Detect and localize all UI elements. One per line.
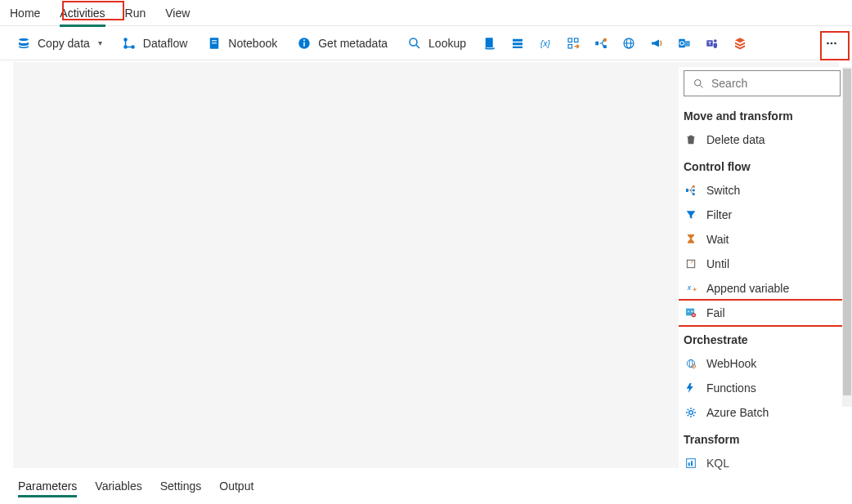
svg-rect-40 xyxy=(687,260,694,267)
svg-rect-19 xyxy=(595,41,599,45)
svg-point-9 xyxy=(410,38,417,46)
tab-settings[interactable]: Settings xyxy=(160,477,202,497)
svg-point-32 xyxy=(831,42,833,44)
svg-line-10 xyxy=(416,45,419,48)
menu-label: Switch xyxy=(706,184,740,197)
menu-item-filter[interactable]: Filter xyxy=(679,203,845,227)
section-transform: Transform xyxy=(679,425,845,451)
copy-data-icon xyxy=(16,36,31,51)
svg-point-8 xyxy=(303,39,305,41)
dataflow-icon xyxy=(122,36,137,51)
variable-icon: {x} xyxy=(538,36,553,51)
menu-label: Functions xyxy=(706,381,756,395)
switch-icon xyxy=(684,183,698,198)
svg-rect-37 xyxy=(693,185,695,188)
append-variable-icon: x xyxy=(684,281,698,296)
gear-icon xyxy=(684,405,698,420)
svg-rect-39 xyxy=(693,193,695,195)
menu-label: Fail xyxy=(706,306,725,319)
menu-item-switch[interactable]: Switch xyxy=(679,178,845,203)
teams-button[interactable]: T xyxy=(700,33,724,54)
foreach-icon xyxy=(566,36,581,51)
get-metadata-label: Get metadata xyxy=(318,37,388,50)
menu-item-until[interactable]: Until xyxy=(679,252,845,276)
foreach-button[interactable] xyxy=(561,33,585,54)
menu-item-azure-batch[interactable]: Azure Batch xyxy=(679,400,845,425)
webhook-icon xyxy=(684,356,698,371)
svg-point-34 xyxy=(695,79,702,86)
tab-variables[interactable]: Variables xyxy=(95,477,141,497)
dataflow-button[interactable]: Dataflow xyxy=(114,33,195,54)
svg-point-47 xyxy=(693,366,694,367)
notebook-button[interactable]: Notebook xyxy=(199,33,285,54)
scroll-thumb[interactable] xyxy=(843,69,851,395)
svg-rect-38 xyxy=(693,190,695,192)
until-icon xyxy=(684,256,698,271)
highlight-fail-item xyxy=(679,299,845,327)
script-button[interactable] xyxy=(478,33,502,54)
svg-rect-13 xyxy=(513,42,522,45)
if-button[interactable] xyxy=(589,33,613,54)
svg-rect-5 xyxy=(212,42,217,43)
menu-label: KQL xyxy=(706,457,729,470)
svg-rect-20 xyxy=(603,38,607,42)
copy-data-button[interactable]: Copy data ▾ xyxy=(8,33,110,54)
svg-rect-36 xyxy=(686,189,688,192)
tab-view[interactable]: View xyxy=(165,3,190,23)
menu-label: Wait xyxy=(706,233,729,246)
chevron-down-icon: ▾ xyxy=(98,38,102,47)
copy-data-label: Copy data xyxy=(38,37,90,50)
svg-line-35 xyxy=(700,85,702,87)
stored-proc-button[interactable] xyxy=(505,33,530,54)
svg-rect-21 xyxy=(603,45,607,48)
trash-icon xyxy=(684,132,698,147)
invoke-pipeline-button[interactable] xyxy=(644,33,669,54)
search-input[interactable] xyxy=(711,77,845,90)
notebook-label: Notebook xyxy=(228,37,277,50)
menu-label: Filter xyxy=(706,208,732,221)
more-activities-button[interactable] xyxy=(819,33,844,54)
svg-text:{x}: {x} xyxy=(540,38,551,47)
svg-text:T: T xyxy=(708,41,711,46)
globe-icon xyxy=(621,36,636,51)
info-icon xyxy=(297,36,312,51)
megaphone-icon xyxy=(649,36,664,51)
svg-rect-18 xyxy=(568,44,572,48)
tab-home[interactable]: Home xyxy=(10,3,40,23)
svg-point-30 xyxy=(714,39,717,42)
notebook-icon xyxy=(207,36,222,51)
get-metadata-button[interactable]: Get metadata xyxy=(289,33,396,54)
stored-proc-icon xyxy=(510,36,525,51)
databricks-icon xyxy=(733,36,747,51)
svg-point-33 xyxy=(834,42,836,44)
set-variable-button[interactable]: {x} xyxy=(533,33,558,54)
tab-activities[interactable]: Activities xyxy=(60,3,105,23)
menu-item-delete-data[interactable]: Delete data xyxy=(679,127,845,152)
menu-item-append-variable[interactable]: x Append variable xyxy=(679,276,845,301)
search-input-wrapper[interactable] xyxy=(684,70,841,96)
svg-rect-12 xyxy=(513,38,522,41)
outlook-button[interactable] xyxy=(672,33,697,54)
if-icon xyxy=(594,36,608,51)
hourglass-icon xyxy=(684,232,698,247)
svg-point-48 xyxy=(689,411,693,415)
tab-run[interactable]: Run xyxy=(125,3,146,23)
tab-output[interactable]: Output xyxy=(219,477,253,497)
menu-label: Delete data xyxy=(706,133,765,146)
menu-item-webhook[interactable]: WebHook xyxy=(679,351,845,376)
web-button[interactable] xyxy=(617,33,641,54)
tab-parameters[interactable]: Parameters xyxy=(18,477,77,497)
menu-item-wait[interactable]: Wait xyxy=(679,227,845,252)
svg-rect-14 xyxy=(513,46,522,47)
databricks-button[interactable] xyxy=(728,33,752,54)
svg-rect-16 xyxy=(568,38,572,42)
panel-scrollbar[interactable] xyxy=(842,67,852,407)
menu-label: Append variable xyxy=(706,282,789,295)
menu-item-kql[interactable]: KQL xyxy=(679,451,845,475)
functions-icon xyxy=(684,381,698,395)
lookup-button[interactable]: Lookup xyxy=(399,33,474,54)
svg-text:x: x xyxy=(687,283,692,292)
teams-icon: T xyxy=(705,36,720,51)
menu-item-functions[interactable]: Functions xyxy=(679,376,845,400)
menu-item-fail[interactable]: Fail xyxy=(679,301,845,325)
